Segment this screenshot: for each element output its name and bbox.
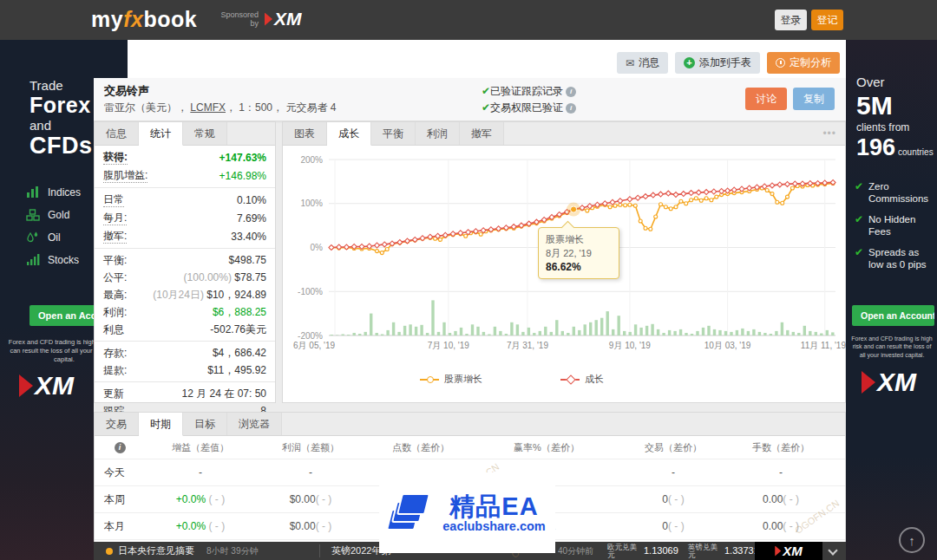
quote-value: 1.33731 — [724, 545, 759, 556]
table-cell: 0.00( - ) — [730, 493, 832, 505]
stat-row: 公平:(100.00%) $78.75 — [95, 269, 275, 286]
verified-trading-privileges: ✔交易权限已验证i — [482, 100, 576, 116]
info-icon[interactable]: i — [566, 87, 576, 97]
col-trades: 交易（差价） — [617, 441, 730, 454]
info-icon[interactable]: i — [115, 442, 126, 453]
chart-menu-icon[interactable]: ••• — [814, 122, 845, 145]
equity-marker-icon — [420, 379, 439, 381]
stats-group: 获得:+147.63%腹肌增益:+146.98% — [95, 146, 275, 188]
tab-profit[interactable]: 利润 — [416, 122, 460, 145]
logo-my: my — [91, 7, 123, 31]
tab-browser[interactable]: 浏览器 — [227, 413, 282, 435]
stat-value: $6，888.25 — [213, 305, 266, 319]
indices-icon — [26, 186, 40, 199]
add-to-watchlist-button[interactable]: +添加到手表 — [675, 52, 760, 74]
check-icon: ✔ — [855, 246, 863, 271]
stat-label: 平衡: — [103, 253, 127, 267]
news-item[interactable]: 日本央行意见摘要 — [118, 544, 194, 557]
broker-link[interactable]: LCMFX — [190, 101, 226, 114]
register-button[interactable]: 登记 — [811, 10, 843, 30]
xm-ticker-logo[interactable]: XM — [755, 542, 822, 560]
logo-fx: fx — [123, 7, 143, 31]
stat-value: +146.98% — [220, 169, 266, 183]
tab-growth[interactable]: 成长 — [327, 122, 371, 146]
account-actions: ✉消息 +添加到手表 定制分析 — [521, 52, 840, 74]
xm-bull-logo[interactable]: XM — [19, 371, 74, 400]
table-cell: +0.0% ( - ) — [145, 493, 256, 505]
table-cell: 0( - ) — [617, 493, 730, 505]
news-time: 40分钟前 — [558, 545, 593, 557]
open-account-button[interactable]: Open an Account — [852, 305, 934, 326]
tab-chart[interactable]: 图表 — [283, 122, 327, 145]
tab-periods[interactable]: 时期 — [139, 413, 183, 436]
svg-text:100%: 100% — [300, 199, 323, 208]
table-cell: - — [145, 466, 256, 479]
svg-text:9月 10, '19: 9月 10, '19 — [609, 341, 651, 350]
discuss-button[interactable]: 讨论 — [745, 88, 787, 110]
stat-value: $4，686.42 — [213, 346, 266, 360]
tab-general[interactable]: 常规 — [183, 122, 227, 145]
stat-label: 撤军: — [103, 229, 127, 244]
stat-label: 公平: — [103, 270, 127, 284]
period-tabs: 交易 时期 目标 浏览器 — [95, 413, 845, 436]
stat-label: 日常 — [103, 192, 124, 207]
oil-icon — [26, 231, 40, 244]
tab-trades[interactable]: 交易 — [95, 413, 139, 435]
col-winrate: 赢率%（差价） — [476, 441, 617, 454]
left-ad-headline: Trade Forex and CFDs — [29, 78, 93, 160]
right-ad-features: ✔Zero Commissions ✔No Hidden Fees ✔Sprea… — [855, 180, 934, 278]
xm-logo[interactable]: XM — [265, 9, 302, 29]
page: myfxbook Sponsoredby XM 登录 登记 Trade Fore… — [0, 0, 937, 560]
stats-group: 日常0.10%每月:7.69%撤军:33.40% — [95, 188, 275, 249]
copy-button[interactable]: 复制 — [793, 88, 835, 110]
stat-label: 更新 — [103, 387, 124, 400]
login-button[interactable]: 登录 — [775, 10, 807, 30]
news-dot-icon — [106, 548, 113, 555]
ad-item-label: Oil — [48, 231, 61, 244]
account-header: 交易铃声 雷亚尔（美元）， LCMFX， 1：500， 元交易者 4 ✔已验证跟… — [94, 78, 846, 121]
stats-list: 获得:+147.63%腹肌增益:+146.98%日常0.10%每月:7.69%撤… — [95, 146, 275, 422]
stat-row: 获得:+147.63% — [95, 148, 275, 166]
stat-label: 腹肌增益: — [103, 168, 147, 183]
info-icon[interactable]: i — [566, 103, 576, 114]
tooltip-value: 86.62% — [546, 260, 612, 274]
chevron-down-icon[interactable] — [828, 545, 837, 555]
table-cell: $0.00( - ) — [256, 493, 365, 505]
table-cell: - — [730, 466, 832, 479]
xm-wedge-icon — [265, 13, 272, 26]
table-cell: - — [617, 466, 730, 479]
svg-text:10月 03, '19: 10月 03, '19 — [704, 341, 751, 350]
stat-row: 利息-502.76美元 — [95, 321, 275, 338]
ad-item-stocks: Stocks — [26, 253, 81, 267]
right-ad-banner[interactable]: Over 5M clients from 196countries ✔Zero … — [846, 40, 937, 560]
stats-group: 存款:$4，686.42提款:$11，495.92 — [95, 342, 275, 382]
countries-count: 196 — [856, 134, 895, 160]
custom-analysis-button[interactable]: 定制分析 — [767, 52, 840, 74]
col-profit: 利润（差额） — [256, 441, 365, 454]
tab-statistics[interactable]: 统计 — [139, 122, 183, 146]
tab-info[interactable]: 信息 — [95, 122, 139, 145]
tab-goals[interactable]: 目标 — [183, 413, 227, 435]
stat-value: -502.76美元 — [210, 322, 266, 336]
scroll-to-top-button[interactable]: ↑ — [899, 527, 925, 553]
tab-drawdown[interactable]: 撤军 — [460, 122, 504, 145]
eaclubshare-watermark: 精品EA eaclubshare.com — [379, 472, 555, 553]
legend-equity-growth[interactable]: 股票增长 — [420, 373, 482, 386]
message-button[interactable]: ✉消息 — [617, 52, 668, 74]
stat-row: 平衡:$498.75 — [95, 251, 275, 269]
col-gain: 增益（差值） — [145, 441, 256, 454]
ad-item-label: Gold — [48, 209, 69, 221]
quote-value: 1.13069 — [644, 545, 678, 556]
tab-balance[interactable]: 平衡 — [371, 122, 416, 145]
verification-badges: ✔已验证跟踪记录i ✔交易权限已验证i — [482, 83, 576, 116]
risk-disclaimer: Forex and CFD trading is high risk and c… — [849, 335, 934, 359]
svg-text:11月 11, '19: 11月 11, '19 — [801, 341, 847, 350]
legend-growth[interactable]: 成长 — [560, 373, 604, 386]
check-icon: ✔ — [482, 85, 490, 97]
xm-bull-logo[interactable]: XM — [862, 368, 916, 397]
stacked-books-icon — [389, 493, 434, 533]
stat-value: 7.69% — [237, 212, 266, 225]
stat-value: $498.75 — [229, 253, 266, 267]
myfxbook-logo[interactable]: myfxbook — [91, 7, 197, 32]
table-cell: +0.0% ( - ) — [145, 520, 256, 532]
